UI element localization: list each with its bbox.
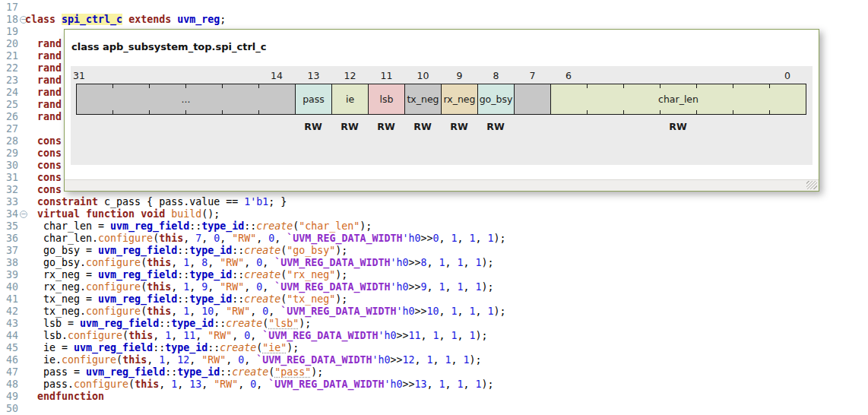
code-text: endfunction	[25, 391, 104, 403]
code-text: rx_neg = uvm_reg_field::type_id::create(…	[25, 269, 347, 281]
bit-number: 8	[477, 71, 515, 82]
code-line[interactable]: 37 go_bsy = uvm_reg_field::type_id::crea…	[0, 245, 868, 257]
bit-tick	[660, 110, 661, 114]
line-number: 44	[0, 330, 18, 342]
code-text: char_len.configure(this, 7, 0, "RW", 0, …	[25, 233, 506, 245]
code-line[interactable]: 38 go_bsy.configure(this, 1, 8, "RW", 0,…	[0, 257, 868, 269]
bit-number: 0	[769, 71, 806, 82]
code-text: rand	[25, 50, 62, 62]
code-line[interactable]: 36 char_len.configure(this, 7, 0, "RW", …	[0, 233, 868, 245]
line-number: 30	[0, 160, 18, 172]
bit-number: 7	[514, 71, 551, 82]
code-line[interactable]: 18−class spi_ctrl_c extends uvm_reg;	[0, 14, 868, 26]
line-number: 35	[0, 220, 18, 233]
bit-tick	[696, 84, 697, 88]
resize-grip-icon[interactable]	[806, 181, 817, 189]
bit-tick	[149, 110, 150, 114]
bit-tick	[185, 84, 186, 88]
code-line[interactable]: 41 tx_neg = uvm_reg_field::type_id::crea…	[0, 293, 868, 306]
code-text: cons	[25, 135, 62, 147]
code-text: rand	[25, 38, 62, 50]
code-line[interactable]: 46 ie.configure(this, 1, 12, "RW", 0, `U…	[0, 354, 868, 366]
code-line[interactable]: 34− virtual function void build();	[0, 208, 868, 220]
access-label: RW	[473, 121, 518, 132]
register-bitfield-diagram: 3114...13passRW12ieRW11lsbRW10tx_negRW9r…	[76, 71, 806, 147]
code-line[interactable]: 17	[0, 2, 868, 14]
code-line[interactable]: 44 lsb.configure(this, 1, 11, "RW", 0, `…	[0, 330, 868, 342]
code-text: tx_neg.configure(this, 1, 10, "RW", 0, `…	[25, 306, 506, 318]
code-line[interactable]: 45 ie = uvm_reg_field::type_id::create("…	[0, 342, 868, 354]
code-text: lsb = uvm_reg_field::type_id::create("ls…	[25, 318, 311, 330]
bit-number: 12	[331, 71, 369, 82]
code-text: rand	[25, 74, 62, 87]
code-text: cons	[25, 172, 62, 184]
code-text: rand	[25, 87, 62, 99]
line-number: 45	[0, 342, 18, 354]
code-text: cons	[25, 160, 62, 172]
bit-number: 10	[404, 71, 442, 82]
bit-tick	[623, 110, 624, 114]
code-line[interactable]: 43 lsb = uvm_reg_field::type_id::create(…	[0, 318, 868, 330]
code-text: virtual function void build();	[25, 208, 220, 220]
bit-tick	[696, 110, 697, 114]
line-number: 18	[0, 14, 18, 26]
code-line[interactable]: 47 pass = uvm_reg_field::type_id::create…	[0, 366, 868, 379]
bit-number: 11	[368, 71, 405, 82]
code-text: pass = uvm_reg_field::type_id::create("p…	[25, 366, 323, 379]
bit-tick	[733, 84, 733, 88]
popup-title: class apb_subsystem_top.spi_ctrl_c	[71, 41, 267, 52]
line-number: 47	[0, 366, 18, 379]
bit-tick	[587, 110, 588, 114]
hover-popup: class apb_subsystem_top.spi_ctrl_c 3114.…	[64, 29, 819, 192]
code-line[interactable]: 35 char_len = uvm_reg_field::type_id::cr…	[0, 220, 868, 233]
bit-tick	[733, 110, 733, 114]
line-number: 48	[0, 379, 18, 391]
bit-number: 13	[295, 71, 332, 82]
field-cell-ie: ie	[331, 84, 369, 115]
line-number: 38	[0, 257, 18, 269]
bit-tick	[222, 84, 223, 88]
bit-tick	[660, 84, 661, 88]
line-number: 32	[0, 184, 18, 196]
code-text: rx_neg.configure(this, 1, 9, "RW", 0, `U…	[25, 281, 494, 293]
register-diagram-panel: 3114...13passRW12ieRW11lsbRW10tx_negRW9r…	[71, 66, 813, 165]
code-line[interactable]: 50	[0, 403, 868, 415]
code-text: ie.configure(this, 1, 12, "RW", 0, `UVM_…	[25, 354, 482, 366]
access-label: RW	[655, 121, 701, 132]
bit-tick	[185, 110, 186, 114]
bit-number: 9	[441, 71, 478, 82]
code-text: cons	[25, 147, 62, 160]
line-number: 29	[0, 147, 18, 160]
line-number: 23	[0, 74, 18, 87]
bit-number: 6	[550, 71, 587, 82]
bit-tick	[258, 110, 259, 114]
code-line[interactable]: 48 pass.configure(this, 1, 13, "RW", 0, …	[0, 379, 868, 391]
line-number: 39	[0, 269, 18, 281]
bit-tick	[258, 84, 259, 88]
line-number: 22	[0, 62, 18, 74]
bit-tick	[623, 84, 624, 88]
code-line[interactable]: 42 tx_neg.configure(this, 1, 10, "RW", 0…	[0, 306, 868, 318]
field-cell-reserved	[514, 84, 551, 115]
line-number: 20	[0, 38, 18, 50]
field-cell-pass: pass	[295, 84, 332, 115]
bit-tick	[769, 110, 770, 114]
code-line[interactable]: 33 constraint c_pass { pass.value == 1'b…	[0, 196, 868, 208]
line-number: 27	[0, 123, 18, 135]
code-text: ie = uvm_reg_field::type_id::create("ie"…	[25, 342, 299, 354]
code-text: tx_neg = uvm_reg_field::type_id::create(…	[25, 293, 347, 306]
bit-number: 14	[266, 71, 287, 82]
code-text: go_bsy = uvm_reg_field::type_id::create(…	[25, 245, 347, 257]
code-text: char_len = uvm_reg_field::type_id::creat…	[25, 220, 372, 233]
code-line[interactable]: 49 endfunction	[0, 391, 868, 403]
code-line[interactable]: 39 rx_neg = uvm_reg_field::type_id::crea…	[0, 269, 868, 281]
code-text: rand	[25, 99, 62, 111]
bit-tick	[112, 110, 113, 114]
line-number: 28	[0, 135, 18, 147]
line-number: 46	[0, 354, 18, 366]
code-line[interactable]: 40 rx_neg.configure(this, 1, 9, "RW", 0,…	[0, 281, 868, 293]
line-number: 37	[0, 245, 18, 257]
line-number: 50	[0, 403, 18, 415]
line-number: 17	[0, 2, 18, 14]
bit-tick	[769, 84, 770, 88]
